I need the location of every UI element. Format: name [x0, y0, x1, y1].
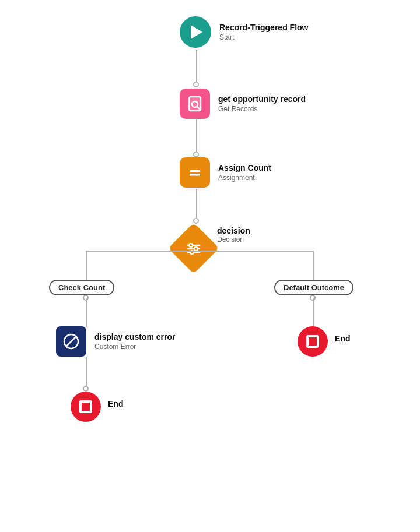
- connector-v-left-bottom: [86, 298, 87, 327]
- get-records-label: get opportunity record Get Records: [218, 94, 306, 113]
- assignment-icon-box: [180, 157, 210, 188]
- check-count-label: Check Count: [58, 283, 105, 292]
- connector-dot-1: [193, 82, 199, 87]
- stop-icon-left: [79, 400, 92, 413]
- svg-point-9: [189, 244, 192, 247]
- get-records-subtitle: Get Records: [218, 105, 306, 113]
- custom-error-title: display custom error: [94, 332, 176, 341]
- custom-error-subtitle: Custom Error: [94, 343, 176, 351]
- decision-node[interactable]: [176, 230, 212, 266]
- assignment-icon: [186, 163, 204, 182]
- decision-title: decision: [217, 226, 250, 235]
- end-right-label: End: [335, 334, 350, 343]
- assignment-title: Assign Count: [218, 163, 271, 172]
- end-right-node[interactable]: [298, 326, 328, 357]
- svg-line-13: [66, 336, 76, 347]
- default-outcome-label: Default Outcome: [284, 283, 344, 292]
- connector-v-left-top: [86, 251, 87, 280]
- play-icon: [191, 25, 202, 39]
- connector-get-to-assign: [196, 119, 197, 154]
- svg-rect-5: [190, 174, 200, 176]
- connector-error-to-end: [86, 357, 87, 389]
- stop-icon-right: [306, 335, 319, 348]
- connector-start-to-get: [196, 50, 197, 84]
- no-entry-icon: [62, 332, 80, 351]
- connector-dot-end-left: [83, 386, 89, 392]
- custom-error-icon-box: [56, 326, 86, 357]
- get-records-title: get opportunity record: [218, 94, 306, 104]
- assignment-node[interactable]: Assign Count Assignment: [180, 157, 271, 188]
- decision-diamond: [168, 223, 219, 274]
- custom-error-node[interactable]: display custom error Custom Error: [56, 326, 176, 357]
- decision-subtitle: Decision: [217, 235, 250, 244]
- connector-h-right: [196, 251, 313, 252]
- custom-error-label: display custom error Custom Error: [94, 332, 176, 351]
- assignment-subtitle: Assignment: [218, 174, 271, 182]
- connector-dot-2: [193, 152, 199, 157]
- start-title: Record-Triggered Flow: [219, 23, 308, 32]
- connector-h-left: [86, 251, 197, 252]
- decision-diamond-icon: [184, 239, 203, 258]
- get-records-node[interactable]: get opportunity record Get Records: [180, 89, 306, 119]
- start-node[interactable]: Record-Triggered Flow Start: [180, 16, 308, 48]
- connector-assign-to-decision: [196, 189, 197, 221]
- get-records-icon-box: [180, 89, 210, 119]
- connector-v-right-top: [313, 251, 314, 280]
- flow-canvas: Record-Triggered Flow Start get opportun…: [0, 0, 420, 532]
- end-left-node[interactable]: [71, 392, 101, 422]
- sliders-icon: [184, 239, 203, 258]
- end-left-label: End: [108, 399, 123, 408]
- assignment-label: Assign Count Assignment: [218, 163, 271, 182]
- decision-label: decision Decision: [217, 226, 250, 244]
- start-label: Record-Triggered Flow Start: [219, 23, 308, 41]
- start-subtitle: Start: [219, 33, 308, 41]
- get-records-icon: [186, 94, 204, 113]
- svg-rect-4: [190, 170, 200, 172]
- check-count-outcome[interactable]: Check Count: [49, 280, 114, 295]
- default-outcome[interactable]: Default Outcome: [274, 280, 354, 295]
- start-icon-box: [180, 16, 211, 48]
- connector-v-right-bottom: [313, 298, 314, 327]
- connector-dot-3: [193, 218, 199, 224]
